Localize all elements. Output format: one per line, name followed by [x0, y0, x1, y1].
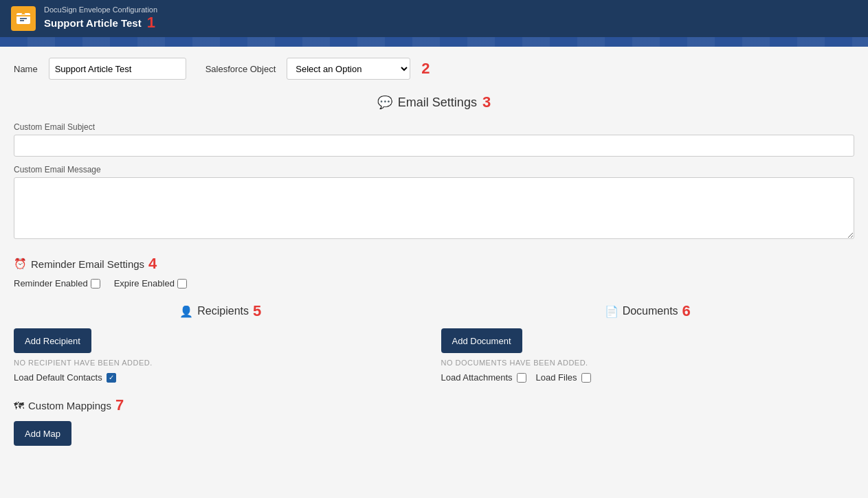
reminder-title: Reminder Email Settings	[31, 258, 144, 270]
recipients-empty-message: NO RECIPIENT HAVE BEEN ADDED.	[14, 359, 427, 367]
reminder-section: ⏰ Reminder Email Settings 4 Reminder Ena…	[14, 255, 854, 288]
name-label: Name	[14, 64, 38, 74]
load-default-contacts-row: Load Default Contacts ✓	[14, 372, 427, 383]
custom-mappings-section: 🗺 Custom Mappings 7 Add Map	[14, 396, 854, 446]
salesforce-object-select[interactable]: Select an Option	[287, 58, 410, 80]
load-default-contacts-label: Load Default Contacts	[14, 372, 102, 383]
add-map-button[interactable]: Add Map	[14, 421, 71, 446]
custom-mappings-title: Custom Mappings	[28, 400, 111, 411]
reminder-enabled-checkbox[interactable]	[91, 279, 100, 288]
header-config-label: DocuSign Envelope Configuration	[44, 5, 157, 14]
documents-header: 📄 Documents 6	[441, 302, 855, 320]
load-attachments-label: Load Attachments	[441, 372, 513, 383]
recipients-title: Recipients	[197, 305, 249, 317]
two-col-section: 👤 Recipients 5 Add Recipient NO RECIPIEN…	[14, 302, 854, 383]
email-settings-title: Email Settings	[398, 95, 477, 110]
step-7: 7	[115, 396, 124, 414]
expire-enabled-checkbox[interactable]	[177, 279, 187, 288]
header-title: Support Article Test	[44, 17, 142, 29]
load-files-checkbox[interactable]	[581, 373, 591, 383]
subject-input[interactable]	[14, 135, 854, 157]
message-textarea[interactable]	[14, 177, 854, 239]
recipients-icon: 👤	[179, 305, 193, 318]
step-5: 5	[253, 302, 261, 320]
reminder-icon: ⏰	[14, 258, 27, 270]
reminder-checkboxes: Reminder Enabled Expire Enabled	[14, 278, 854, 288]
message-field-group: Custom Email Message	[14, 165, 854, 241]
header-step: 1	[147, 14, 155, 32]
documents-empty-message: NO DOCUMENTS HAVE BEEN ADDED.	[441, 359, 855, 367]
email-settings-section: 💬 Email Settings 3 Custom Email Subject …	[14, 93, 854, 241]
subject-field-group: Custom Email Subject	[14, 122, 854, 157]
email-settings-header: 💬 Email Settings 3	[14, 93, 854, 111]
documents-title: Documents	[623, 305, 678, 317]
top-row: Name Salesforce Object Select an Option …	[14, 58, 854, 80]
load-files-label: Load Files	[536, 372, 577, 383]
name-input[interactable]	[49, 58, 186, 80]
reminder-header: ⏰ Reminder Email Settings 4	[14, 255, 854, 273]
reminder-enabled-item: Reminder Enabled	[14, 278, 100, 288]
message-label: Custom Email Message	[14, 165, 854, 174]
app-logo	[11, 6, 36, 31]
mappings-icon: 🗺	[14, 400, 24, 411]
load-attachments-checkbox[interactable]	[517, 373, 526, 383]
recipients-section: 👤 Recipients 5 Add Recipient NO RECIPIEN…	[14, 302, 427, 383]
add-recipient-button[interactable]: Add Recipient	[14, 328, 91, 353]
document-load-options: Load Attachments Load Files	[441, 372, 855, 383]
salesforce-label: Salesforce Object	[205, 64, 276, 74]
email-icon: 💬	[377, 95, 392, 110]
add-document-button[interactable]: Add Document	[441, 328, 522, 353]
deco-bar	[0, 37, 868, 47]
step-3: 3	[482, 93, 491, 111]
documents-section: 📄 Documents 6 Add Document NO DOCUMENTS …	[441, 302, 855, 383]
app-header: DocuSign Envelope Configuration Support …	[0, 0, 868, 37]
main-content: Name Salesforce Object Select an Option …	[0, 47, 868, 498]
reminder-enabled-label: Reminder Enabled	[14, 278, 88, 288]
step-2: 2	[421, 60, 430, 78]
header-text: DocuSign Envelope Configuration Support …	[44, 5, 157, 32]
load-default-contacts-checkbox[interactable]: ✓	[107, 373, 116, 383]
step-4: 4	[148, 255, 157, 273]
step-6: 6	[682, 302, 691, 320]
recipients-header: 👤 Recipients 5	[14, 302, 427, 320]
subject-label: Custom Email Subject	[14, 122, 854, 132]
documents-icon: 📄	[605, 305, 619, 318]
expire-enabled-label: Expire Enabled	[114, 278, 175, 288]
expire-enabled-item: Expire Enabled	[114, 278, 187, 288]
custom-mappings-header: 🗺 Custom Mappings 7	[14, 396, 854, 414]
